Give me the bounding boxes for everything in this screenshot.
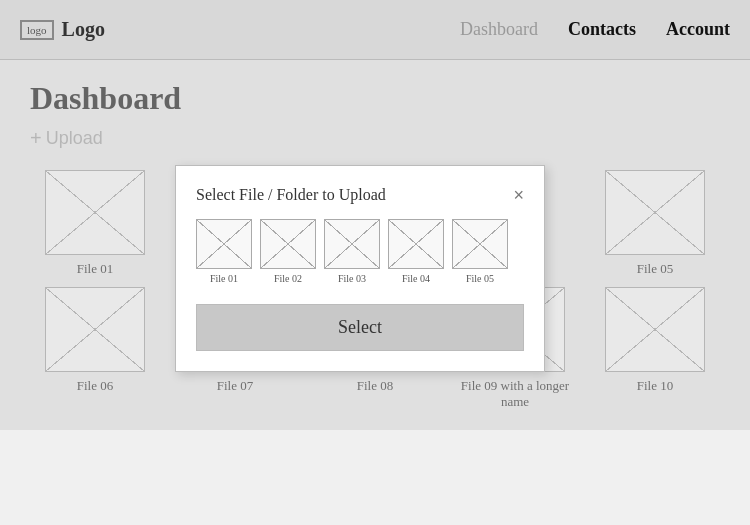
modal-file-name-02: File 02 xyxy=(274,273,302,284)
modal-thumb-05 xyxy=(452,219,508,269)
modal-title: Select File / Folder to Upload xyxy=(196,186,386,204)
modal-select-button[interactable]: Select xyxy=(196,304,524,351)
modal-header: Select File / Folder to Upload × xyxy=(196,186,524,204)
modal-file-name-05: File 05 xyxy=(466,273,494,284)
main-content: Dashboard + Upload File 01 File 02 File … xyxy=(0,60,750,430)
modal-file-name-01: File 01 xyxy=(210,273,238,284)
modal-file-name-04: File 04 xyxy=(402,273,430,284)
modal-file-item-02[interactable]: File 02 xyxy=(260,219,316,284)
logo-icon-text: logo xyxy=(27,24,47,36)
modal-file-list: File 01 File 02 File 03 File 04 File 05 xyxy=(196,219,524,284)
modal-file-item-03[interactable]: File 03 xyxy=(324,219,380,284)
logo-label: Logo xyxy=(62,18,105,41)
modal-thumb-02 xyxy=(260,219,316,269)
nav-dashboard[interactable]: Dashboard xyxy=(460,19,538,40)
modal-file-name-03: File 03 xyxy=(338,273,366,284)
modal-file-item-05[interactable]: File 05 xyxy=(452,219,508,284)
modal-thumb-04 xyxy=(388,219,444,269)
header: logo Logo Dashboard Contacts Account xyxy=(0,0,750,60)
modal-thumb-03 xyxy=(324,219,380,269)
logo-icon: logo xyxy=(20,20,54,40)
modal-file-item-01[interactable]: File 01 xyxy=(196,219,252,284)
modal-file-item-04[interactable]: File 04 xyxy=(388,219,444,284)
upload-modal: Select File / Folder to Upload × File 01… xyxy=(175,165,545,372)
modal-close-button[interactable]: × xyxy=(513,186,524,204)
nav-account[interactable]: Account xyxy=(666,19,730,40)
header-nav: Dashboard Contacts Account xyxy=(460,19,730,40)
nav-contacts[interactable]: Contacts xyxy=(568,19,636,40)
modal-thumb-01 xyxy=(196,219,252,269)
